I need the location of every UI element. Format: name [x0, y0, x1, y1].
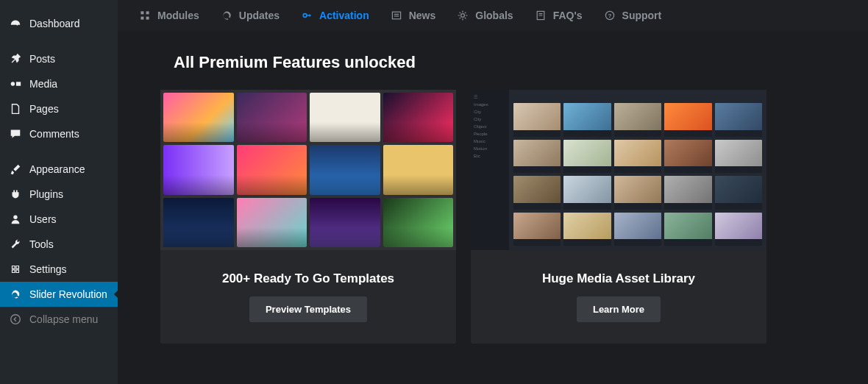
sidebar-label: Media: [29, 78, 57, 90]
tab-label: Modules: [157, 10, 199, 21]
sidebar-item-users[interactable]: Users: [0, 207, 118, 232]
svg-text:?: ?: [608, 13, 611, 19]
sidebar-item-comments[interactable]: Comments: [0, 121, 118, 146]
content-area: All Premium Features unlocked: [118, 31, 868, 366]
key-icon: [300, 9, 313, 22]
top-nav: Modules Updates Activation News Globals …: [118, 0, 868, 31]
settings-icon: [9, 263, 22, 276]
card-image-assets: ☰ImagesCityCityObjectPeopleMusicMotionEt…: [471, 90, 766, 250]
wrench-icon: [9, 238, 22, 251]
sidebar-label: Slider Revolution: [29, 288, 107, 300]
news-icon: [390, 9, 403, 22]
svg-point-1: [13, 216, 17, 219]
card-assets: ☰ImagesCityCityObjectPeopleMusicMotionEt…: [471, 90, 766, 344]
tab-label: FAQ's: [553, 10, 583, 21]
svg-rect-6: [146, 17, 149, 20]
svg-rect-8: [392, 12, 400, 19]
sidebar-label: Tools: [29, 238, 54, 250]
dashboard-icon: [9, 17, 22, 30]
tab-modules[interactable]: Modules: [138, 9, 199, 22]
media-icon: [9, 77, 22, 90]
sidebar-item-slider-revolution[interactable]: Slider Revolution: [0, 282, 118, 307]
svg-point-0: [11, 82, 15, 85]
tab-label: News: [409, 10, 436, 21]
svg-point-2: [11, 315, 21, 324]
card-templates: 200+ Ready To Go Templates Preview Templ…: [160, 90, 456, 344]
grid-icon: [138, 9, 152, 22]
feature-cards: 200+ Ready To Go Templates Preview Templ…: [160, 90, 824, 344]
sidebar-label: Pages: [29, 103, 59, 115]
update-icon: [220, 9, 233, 22]
preview-templates-button[interactable]: Preview Templates: [249, 296, 367, 322]
wp-admin-sidebar: Dashboard Posts Media Pages Comments App…: [0, 0, 118, 384]
tab-news[interactable]: News: [390, 9, 436, 22]
sidebar-label: Settings: [29, 263, 67, 275]
svg-rect-3: [140, 11, 143, 14]
sidebar-item-posts[interactable]: Posts: [0, 46, 118, 71]
sidebar-label: Collapse menu: [29, 313, 98, 325]
learn-more-button[interactable]: Learn More: [577, 296, 661, 322]
sidebar-label: Plugins: [29, 188, 63, 200]
sidebar-collapse[interactable]: Collapse menu: [0, 307, 118, 332]
card-title: 200+ Ready To Go Templates: [222, 271, 394, 286]
svg-point-7: [303, 14, 307, 18]
tab-support[interactable]: ? Support: [603, 9, 662, 22]
card-title: Huge Media Asset Library: [542, 271, 695, 286]
sidebar-item-appearance[interactable]: Appearance: [0, 157, 118, 182]
page-title: All Premium Features unlocked: [174, 53, 824, 72]
sidebar-item-dashboard[interactable]: Dashboard: [0, 11, 118, 36]
brush-icon: [9, 163, 22, 176]
pages-icon: [9, 102, 22, 115]
main-panel: Modules Updates Activation News Globals …: [118, 0, 868, 384]
sidebar-item-media[interactable]: Media: [0, 71, 118, 96]
tab-activation[interactable]: Activation: [300, 9, 369, 22]
sidebar-label: Comments: [29, 128, 79, 140]
pin-icon: [9, 52, 22, 65]
sidebar-item-tools[interactable]: Tools: [0, 232, 118, 257]
sidebar-item-settings[interactable]: Settings: [0, 257, 118, 282]
help-icon: ?: [603, 9, 616, 22]
collapse-icon: [9, 313, 22, 326]
sidebar-label: Posts: [29, 53, 55, 65]
refresh-icon: [9, 288, 22, 301]
tab-updates[interactable]: Updates: [220, 9, 280, 22]
gear-icon: [456, 9, 469, 22]
plug-icon: [9, 188, 22, 201]
tab-label: Activation: [319, 10, 369, 21]
tab-label: Globals: [475, 10, 513, 21]
sidebar-item-pages[interactable]: Pages: [0, 96, 118, 121]
tab-label: Support: [622, 10, 662, 21]
sidebar-label: Dashboard: [29, 18, 80, 29]
sidebar-item-plugins[interactable]: Plugins: [0, 182, 118, 207]
sidebar-label: Users: [29, 213, 57, 225]
user-icon: [9, 213, 22, 226]
svg-point-9: [461, 14, 465, 18]
svg-rect-5: [140, 17, 143, 20]
svg-rect-4: [146, 11, 149, 14]
faq-icon: [534, 9, 547, 22]
card-image-templates: [160, 90, 456, 250]
tab-globals[interactable]: Globals: [456, 9, 513, 22]
sidebar-label: Appearance: [29, 163, 85, 175]
tab-label: Updates: [239, 10, 280, 21]
tab-faqs[interactable]: FAQ's: [534, 9, 583, 22]
comments-icon: [9, 127, 22, 141]
